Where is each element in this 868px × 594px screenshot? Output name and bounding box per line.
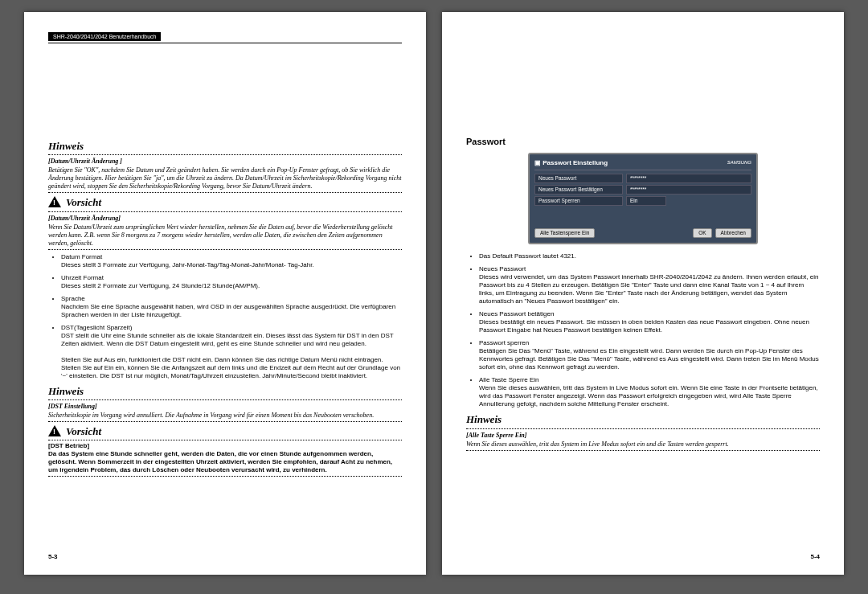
field-passwort-bestaetigen[interactable]: ********: [626, 185, 751, 195]
field-passwort-sperren[interactable]: Ein: [626, 196, 666, 206]
item-text-2: Stellen Sie auf Aus ein, funktioniert di…: [61, 356, 400, 379]
panel-title-text: Passwort Einstellung: [542, 159, 608, 166]
header-rule: [48, 43, 402, 43]
samsung-logo: SAMSUNG: [727, 160, 751, 166]
divider: [48, 476, 402, 477]
feature-list: Datum Format Dieses stellt 3 Formate zur…: [48, 253, 402, 380]
vorsicht2-body: Da das System eine Stunde schneller geht…: [48, 450, 402, 474]
hinweis1-body: Betätigen Sie "OK", nachdem Sie Datum un…: [48, 166, 402, 190]
item-text: Dieses stellt 2 Formate zur Verfügung, 2…: [61, 282, 260, 289]
page-number-left: 5-3: [48, 553, 58, 560]
hinweis1-subhead: [Datum/Uhrzeit Änderung ]: [48, 158, 402, 166]
divider: [48, 440, 402, 440]
item-label: Alle Taste Sperre Ein: [479, 376, 539, 383]
vorsicht-heading-2: Vorsicht: [48, 425, 402, 438]
row-passwort-bestaetigen: Neues Passwort Bestätigen ********: [534, 185, 751, 195]
divider: [48, 211, 402, 212]
passwort-einstellung-panel: ▣ Passwort Einstellung SAMSUNG Neues Pas…: [528, 153, 758, 245]
row-passwort-sperren: Passwort Sperren Ein: [534, 196, 751, 206]
hinweis-heading-2: Hinweis: [48, 385, 402, 398]
panel-bottom-buttons: Alle Tastensperre Ein OK Abbrechen: [534, 228, 751, 238]
page-right: Passwort ▣ Passwort Einstellung SAMSUNG …: [442, 12, 844, 575]
left-content: Hinweis [Datum/Uhrzeit Änderung ] Betäti…: [48, 137, 402, 478]
vorsicht2-subhead: [DST Betrieb]: [48, 442, 402, 450]
panel-titlebar: ▣ Passwort Einstellung SAMSUNG: [534, 159, 751, 170]
vorsicht1-subhead: [Datum/Uhrzeit Änderung]: [48, 215, 402, 223]
item-label: DST(Tageslicht Sparzeit): [61, 324, 132, 331]
hinweis-right-body: Wenn Sie dieses auswählen, tritt das Sys…: [466, 440, 820, 449]
divider: [48, 421, 402, 422]
cancel-button[interactable]: Abbrechen: [715, 228, 751, 238]
item-text: Dieses wird verwendet, um das System Pas…: [479, 273, 818, 305]
list-item: Passwort sperren Betätigen Sie Das "Menü…: [479, 339, 820, 371]
divider: [48, 249, 402, 250]
label-neues-passwort: Neues Passwort: [534, 174, 623, 183]
button-alle-tastensperre-ein[interactable]: Alle Tastensperre Ein: [534, 228, 595, 238]
section-title-passwort: Passwort: [466, 137, 820, 148]
page-number-right: 5-4: [810, 553, 820, 560]
hinweis-heading-right: Hinweis: [466, 413, 820, 426]
divider: [48, 154, 402, 155]
list-item: Uhrzeit Format Dieses stellt 2 Formate z…: [61, 274, 402, 290]
row-neues-passwort: Neues Passwort ********: [534, 174, 751, 183]
panel-title: ▣ Passwort Einstellung: [534, 159, 608, 167]
hinweis-right-subhead: [Alle Taste Sperre Ein]: [466, 432, 820, 440]
item-label: Passwort sperren: [479, 339, 529, 346]
item-text: Wenn Sie dieses auswählen, tritt das Sys…: [479, 384, 818, 408]
list-item: Alle Taste Sperre Ein Wenn Sie dieses au…: [479, 376, 820, 408]
hinweis2-body: Sicherheitskopie im Vorgang wird annulli…: [48, 412, 402, 420]
item-text: Nachdem Sie eine Sprache ausgewählt habe…: [61, 303, 395, 318]
header-band: SHR-2040/2041/2042 Benutzerhandbuch: [48, 32, 161, 41]
list-item: DST(Tageslicht Sparzeit) DST stellt die …: [61, 324, 402, 380]
ok-button[interactable]: OK: [693, 228, 711, 238]
divider: [466, 428, 820, 429]
label-passwort-sperren: Passwort Sperren: [534, 196, 623, 206]
list-item: Das Default Passwort lautet 4321.: [479, 252, 820, 260]
list-item: Sprache Nachdem Sie eine Sprache ausgewä…: [61, 295, 402, 319]
divider: [48, 192, 402, 193]
item-label: Neues Passwort betätigen: [479, 310, 554, 317]
item-text: Dieses stellt 3 Formate zur Verfügung, J…: [61, 261, 314, 268]
vorsicht1-body: Wenn Sie Datum/Uhrzeit zum ursprüngliche…: [48, 223, 402, 248]
item-label: Sprache: [61, 295, 85, 302]
page-left: SHR-2040/2041/2042 Benutzerhandbuch Hinw…: [24, 12, 426, 575]
item-text: DST stellt die Uhr eine Stunde schneller…: [61, 332, 394, 347]
hinweis2-subhead: [DST Einstellung]: [48, 403, 402, 411]
item-text: Dieses bestätigt ein neues Passwort. Sie…: [479, 318, 809, 334]
hinweis-heading-1: Hinweis: [48, 140, 402, 153]
item-label: Uhrzeit Format: [61, 274, 104, 281]
divider: [48, 399, 402, 400]
divider: [466, 450, 820, 451]
right-content: Passwort ▣ Passwort Einstellung SAMSUNG …: [466, 137, 820, 453]
list-item: Neues Passwort Dieses wird verwendet, um…: [479, 265, 820, 305]
item-label: Datum Format: [61, 253, 102, 260]
field-neues-passwort[interactable]: ********: [626, 174, 751, 183]
vorsicht-heading-1: Vorsicht: [48, 196, 402, 209]
item-text: Betätigen Sie Das "Menü" Taste, während …: [479, 347, 819, 371]
item-label: Neues Passwort: [479, 265, 526, 272]
list-item: Neues Passwort betätigen Dieses bestätig…: [479, 310, 820, 334]
label-passwort-bestaetigen: Neues Passwort Bestätigen: [534, 185, 623, 195]
ok-cancel-group: OK Abbrechen: [693, 228, 751, 238]
passwort-list: Das Default Passwort lautet 4321. Neues …: [466, 252, 820, 408]
list-item: Datum Format Dieses stellt 3 Formate zur…: [61, 253, 402, 269]
page-spread: SHR-2040/2041/2042 Benutzerhandbuch Hinw…: [0, 0, 868, 587]
